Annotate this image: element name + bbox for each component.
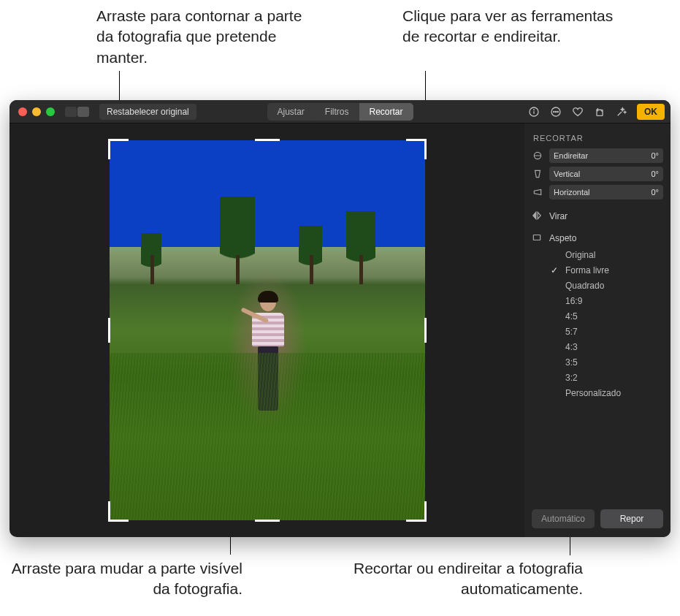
crop-panel: RECORTAR Endireitar0° Vertical0° Horizon… bbox=[524, 123, 671, 537]
horizontal-slider[interactable]: Horizontal0° bbox=[532, 185, 663, 199]
aspect-header: Aspeto bbox=[532, 232, 663, 244]
crop-handle-tr[interactable] bbox=[406, 139, 427, 159]
aspect-text: 3:2 bbox=[565, 373, 578, 383]
svg-point-2 bbox=[534, 110, 535, 110]
titlebar: Restabelecer original Ajustar Filtros Re… bbox=[9, 100, 671, 123]
aspect-text: 4:5 bbox=[565, 311, 578, 322]
thumbnail-toggle[interactable] bbox=[65, 107, 89, 117]
aspect-list: ✓Original ✓Forma livre ✓Quadrado ✓16:9 ✓… bbox=[551, 250, 663, 398]
aspect-text: Quadrado bbox=[565, 281, 604, 291]
flip-label: Virar bbox=[549, 211, 568, 221]
svg-point-4 bbox=[554, 111, 554, 112]
flip-button[interactable]: Virar bbox=[532, 210, 663, 222]
aspect-text: 16:9 bbox=[565, 296, 582, 306]
crop-handle-right[interactable] bbox=[424, 318, 427, 343]
callout-top-left: Arraste para contornar a parte da fotogr… bbox=[96, 6, 316, 68]
photo-detail bbox=[220, 197, 255, 277]
crop-handle-br[interactable] bbox=[406, 501, 427, 522]
done-button[interactable]: OK bbox=[637, 104, 665, 120]
reset-crop-button[interactable]: Repor bbox=[600, 509, 663, 528]
minimize-icon[interactable] bbox=[32, 107, 41, 116]
aspect-text: 3:5 bbox=[565, 357, 578, 368]
rotate-icon[interactable] bbox=[593, 105, 606, 118]
aspect-original[interactable]: ✓Original bbox=[551, 250, 663, 260]
aspect-text: Forma livre bbox=[565, 265, 609, 275]
aspect-5-7[interactable]: ✓5:7 bbox=[551, 327, 663, 337]
aspect-freeform[interactable]: ✓Forma livre bbox=[551, 265, 663, 275]
app-window: Restabelecer original Ajustar Filtros Re… bbox=[9, 100, 671, 537]
more-icon[interactable] bbox=[549, 105, 562, 118]
aspect-text: 4:3 bbox=[565, 342, 578, 352]
tab-crop[interactable]: Recortar bbox=[359, 103, 413, 121]
tab-filters[interactable]: Filtros bbox=[315, 103, 359, 121]
aspect-label: Aspeto bbox=[549, 233, 576, 243]
edit-mode-tabs: Ajustar Filtros Recortar bbox=[267, 103, 413, 121]
svg-point-6 bbox=[557, 111, 558, 112]
aspect-square[interactable]: ✓Quadrado bbox=[551, 281, 663, 291]
revert-to-original-button[interactable]: Restabelecer original bbox=[99, 104, 196, 120]
aspect-3-2[interactable]: ✓3:2 bbox=[551, 373, 663, 383]
callout-top-right: Clique para ver as ferramentas de recort… bbox=[402, 6, 622, 47]
svg-point-5 bbox=[555, 111, 556, 112]
straighten-icon bbox=[532, 150, 543, 161]
vertical-perspective-icon bbox=[532, 168, 543, 180]
flip-icon bbox=[532, 210, 543, 222]
crop-frame[interactable] bbox=[110, 140, 425, 520]
panel-footer: Automático Repor bbox=[532, 509, 663, 528]
aspect-text: 5:7 bbox=[565, 327, 578, 337]
aspect-custom[interactable]: ✓Personalizado bbox=[551, 388, 663, 398]
aspect-4-5[interactable]: ✓4:5 bbox=[551, 311, 663, 322]
photo-detail bbox=[346, 211, 375, 277]
slider-label: Horizontal bbox=[554, 188, 590, 197]
fullscreen-icon[interactable] bbox=[46, 107, 55, 116]
aspect-4-3[interactable]: ✓4:3 bbox=[551, 342, 663, 352]
titlebar-right-icons: OK bbox=[527, 104, 665, 120]
crop-handle-left[interactable] bbox=[108, 318, 110, 343]
crop-handle-bottom[interactable] bbox=[255, 520, 280, 522]
photo-preview[interactable] bbox=[110, 140, 425, 520]
slider-value: 0° bbox=[651, 151, 659, 160]
slider-label: Endireitar bbox=[554, 151, 588, 160]
aspect-16-9[interactable]: ✓16:9 bbox=[551, 296, 663, 306]
vertical-slider[interactable]: Vertical0° bbox=[532, 167, 663, 181]
straighten-slider[interactable]: Endireitar0° bbox=[532, 148, 663, 163]
svg-rect-10 bbox=[533, 235, 540, 240]
aspect-text: Original bbox=[565, 250, 595, 260]
callout-bottom-left: Arraste para mudar a parte visível da fo… bbox=[9, 558, 242, 600]
photo-detail bbox=[299, 226, 322, 277]
close-icon[interactable] bbox=[18, 107, 27, 116]
callout-bottom-right: Recortar ou endireitar a fotografia auto… bbox=[276, 558, 583, 600]
aspect-icon bbox=[532, 232, 543, 244]
window-controls bbox=[18, 107, 55, 116]
aspect-3-5[interactable]: ✓3:5 bbox=[551, 357, 663, 368]
crop-handle-bl[interactable] bbox=[108, 501, 129, 522]
photo-detail bbox=[141, 233, 161, 277]
aspect-text: Personalizado bbox=[565, 388, 621, 398]
horizontal-perspective-icon bbox=[532, 186, 543, 198]
slider-value: 0° bbox=[651, 170, 659, 178]
auto-enhance-icon[interactable] bbox=[615, 105, 628, 118]
panel-title: RECORTAR bbox=[533, 134, 663, 142]
crop-handle-top[interactable] bbox=[255, 139, 280, 141]
favorite-icon[interactable] bbox=[571, 105, 584, 118]
info-icon[interactable] bbox=[527, 105, 540, 118]
photo-detail bbox=[110, 353, 425, 520]
crop-handle-tl[interactable] bbox=[108, 139, 129, 159]
canvas-area bbox=[9, 123, 524, 537]
slider-value: 0° bbox=[651, 188, 659, 197]
tab-adjust[interactable]: Ajustar bbox=[267, 103, 314, 121]
slider-label: Vertical bbox=[554, 170, 580, 178]
auto-crop-button[interactable]: Automático bbox=[532, 509, 595, 528]
